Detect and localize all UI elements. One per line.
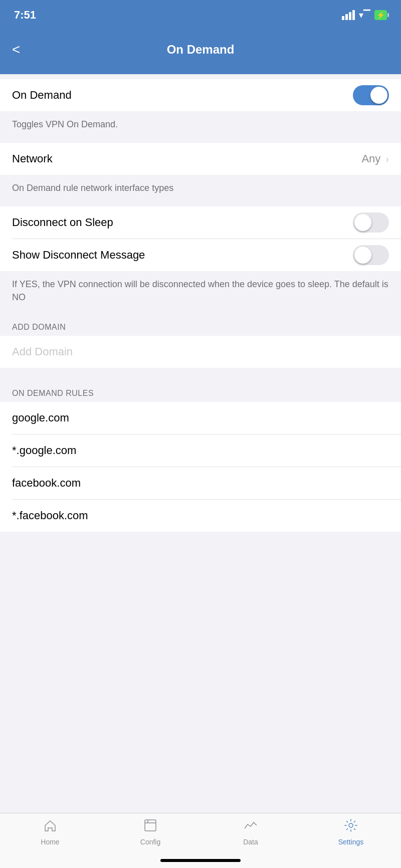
rule-row: *.facebook.com: [0, 500, 401, 532]
home-icon: [43, 818, 57, 836]
wifi-icon: ▾▔: [359, 10, 370, 21]
signal-icon: [342, 10, 355, 20]
show-disconnect-toggle[interactable]: [353, 245, 389, 265]
svg-point-1: [349, 823, 353, 827]
home-indicator: [160, 859, 241, 862]
page-title: On Demand: [167, 43, 235, 57]
on-demand-toggle-thumb: [370, 87, 387, 104]
disconnect-sleep-toggle[interactable]: [353, 212, 389, 233]
on-demand-label: On Demand: [12, 89, 72, 102]
gap2: [0, 201, 401, 206]
rule-row: google.com: [0, 402, 401, 434]
tab-data-label: Data: [243, 838, 258, 846]
disconnect-sleep-toggle-thumb: [354, 214, 371, 231]
nav-bar: < On Demand: [0, 30, 401, 74]
tab-config-label: Config: [140, 838, 160, 846]
gap3: [0, 311, 401, 316]
disconnect-description: If YES, the VPN connection will be disco…: [0, 271, 401, 310]
status-bar: 7:51 ▾▔ ⚡: [0, 0, 401, 30]
show-disconnect-row: Show Disconnect Message: [0, 239, 401, 271]
tab-data[interactable]: Data: [231, 818, 271, 846]
back-button[interactable]: <: [12, 42, 20, 58]
svg-rect-0: [145, 820, 156, 831]
disconnect-sleep-row: Disconnect on Sleep: [0, 206, 401, 239]
tab-config[interactable]: Config: [130, 818, 170, 846]
tab-home-label: Home: [41, 838, 59, 846]
show-disconnect-label: Show Disconnect Message: [12, 249, 145, 262]
on-demand-rules-header: ON DEMAND RULES: [0, 382, 401, 402]
network-row[interactable]: Network Any ›: [0, 143, 401, 175]
status-time: 7:51: [14, 9, 36, 22]
on-demand-rules-header-text: ON DEMAND RULES: [12, 389, 94, 397]
battery-icon: ⚡: [374, 10, 387, 20]
tab-settings[interactable]: Settings: [331, 818, 371, 846]
settings-icon: [344, 818, 358, 836]
add-domain-row[interactable]: Add Domain: [0, 336, 401, 368]
tab-settings-label: Settings: [338, 838, 364, 846]
network-section: Network Any ›: [0, 143, 401, 175]
chevron-right-icon: ›: [385, 153, 389, 165]
add-domain-header: ADD DOMAIN: [0, 316, 401, 336]
on-demand-description-text: Toggles VPN On Demand.: [12, 119, 118, 129]
on-demand-row: On Demand: [0, 79, 401, 111]
add-domain-placeholder: Add Domain: [12, 345, 73, 358]
add-domain-header-text: ADD DOMAIN: [12, 323, 66, 331]
status-icons: ▾▔ ⚡: [342, 10, 387, 21]
network-label: Network: [12, 152, 53, 165]
rule-domain: google.com: [12, 411, 69, 424]
rule-row: *.google.com: [0, 435, 401, 467]
rule-domain: *.facebook.com: [12, 509, 88, 522]
show-disconnect-toggle-thumb: [354, 247, 371, 264]
gap1: [0, 138, 401, 143]
config-icon: [143, 818, 157, 836]
network-right: Any ›: [361, 152, 389, 165]
rule-row: facebook.com: [0, 467, 401, 499]
data-icon: [244, 818, 258, 836]
on-demand-toggle[interactable]: [353, 85, 389, 105]
network-description-text: On Demand rule network interface types: [12, 183, 173, 193]
top-gap: [0, 74, 401, 79]
rules-section: google.com*.google.comfacebook.com*.face…: [0, 402, 401, 532]
network-description: On Demand rule network interface types: [0, 175, 401, 201]
tab-home[interactable]: Home: [30, 818, 70, 846]
rule-domain: *.google.com: [12, 444, 76, 457]
gap4: [0, 368, 401, 382]
disconnect-sleep-label: Disconnect on Sleep: [12, 216, 113, 229]
disconnect-description-text: If YES, the VPN connection will be disco…: [12, 279, 388, 302]
network-value: Any: [361, 152, 380, 165]
on-demand-section: On Demand: [0, 79, 401, 111]
on-demand-description: Toggles VPN On Demand.: [0, 111, 401, 138]
rule-domain: facebook.com: [12, 477, 81, 490]
disconnect-section: Disconnect on Sleep Show Disconnect Mess…: [0, 206, 401, 271]
content: On Demand Toggles VPN On Demand. Network…: [0, 74, 401, 597]
